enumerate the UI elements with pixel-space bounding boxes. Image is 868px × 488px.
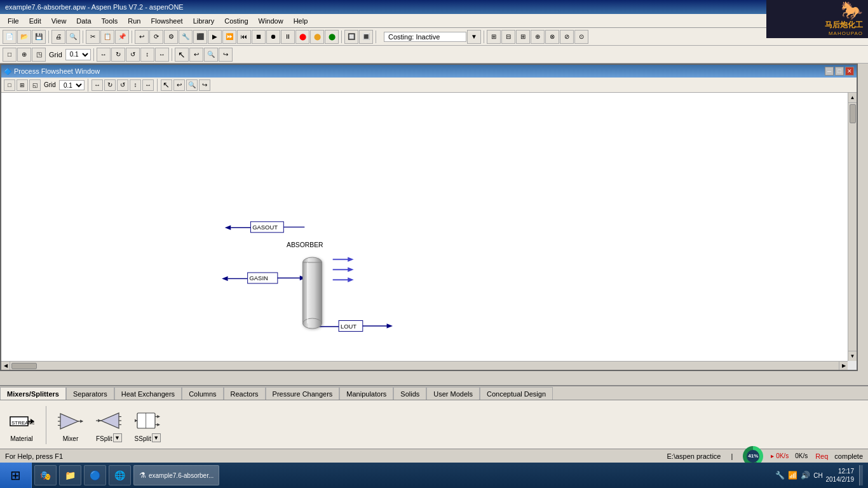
toolbar2-cursor[interactable]: ↖ [175,48,189,62]
print-button[interactable]: 🖨 [51,30,65,44]
pfw-tb-rotate2[interactable]: ↺ [117,79,128,91]
task-btn-2[interactable]: 📁 [59,465,81,485]
toolbar2-btn1[interactable]: □ [3,48,17,62]
absorber-vessel[interactable] [298,255,327,331]
task-btn-3[interactable]: 🔵 [84,465,106,485]
menu-file[interactable]: File [3,16,24,26]
tb-btn-d[interactable]: 🔧 [179,30,193,44]
tb-btn-b[interactable]: ⟳ [149,30,163,44]
tray-network[interactable]: 📶 [788,470,798,480]
ssplit-dropdown[interactable]: ▼ [152,433,161,442]
menu-help[interactable]: Help [288,16,313,26]
tb-btn-o[interactable]: 🔲 [344,30,358,44]
tb-btn-q[interactable]: ⊟ [501,30,515,44]
tab-user-models[interactable]: User Models [426,387,480,400]
toolbar2-rotate-cw[interactable]: ↻ [111,48,125,62]
scroll-left-btn[interactable]: ◀ [1,362,10,370]
toolbar2-undo[interactable]: ↩ [189,48,203,62]
menu-view[interactable]: View [46,16,72,26]
pfw-grid-select[interactable]: 0.1 [59,80,85,90]
toolbar2-flip[interactable]: ↕ [140,48,154,62]
tab-pressure-changers[interactable]: Pressure Changers [266,387,340,400]
pfw-redo[interactable]: ↪ [199,79,210,91]
menu-data[interactable]: Data [71,16,96,26]
task-btn-aspen[interactable]: ⚗ example7.6-absorber... [133,465,219,485]
open-button[interactable]: 📂 [17,30,31,44]
tray-language[interactable]: CH [813,470,824,480]
pfw-scrollbar-h[interactable]: ◀ ▶ [1,361,848,370]
scroll-down-btn[interactable]: ▼ [848,351,857,361]
print-preview-button[interactable]: 🔍 [66,30,80,44]
pfw-tb-move[interactable]: ↔ [92,79,103,91]
tb-btn-v[interactable]: ⊙ [574,30,588,44]
pfw-cursor[interactable]: ↖ [161,79,172,91]
tb-btn-n[interactable]: ⬤ [325,30,339,44]
start-button[interactable]: ⊞ [0,463,32,488]
task-btn-1[interactable]: 🎭 [34,465,57,485]
pfw-tb-flip2[interactable]: ↔ [142,79,154,91]
tb-btn-l[interactable]: ⬤ [295,30,309,44]
tb-btn-j[interactable]: ⏺ [266,30,280,44]
ssplit-item[interactable]: SSplit ▼ [131,407,165,444]
show-desktop-btn[interactable] [859,465,863,485]
toolbar2-rotate-ccw[interactable]: ↺ [126,48,140,62]
pfw-close[interactable]: ✕ [845,67,854,76]
costing-options-button[interactable]: ▼ [467,30,481,44]
flowsheet-canvas[interactable]: GASOUT GASIN LOUT [1,93,848,369]
toolbar2-flip2[interactable]: ↔ [155,48,169,62]
tb-btn-a[interactable]: ↩ [135,30,149,44]
tb-btn-f[interactable]: ▶ [208,30,222,44]
tb-btn-c[interactable]: ⚙ [164,30,178,44]
toolbar2-btn2[interactable]: ⊕ [17,48,31,62]
scroll-thumb-h[interactable] [11,363,37,369]
toolbar2-redo[interactable]: ↪ [219,48,233,62]
pfw-minimize[interactable]: ─ [825,67,834,76]
tab-heat-exchangers[interactable]: Heat Exchangers [114,387,182,400]
tray-volume[interactable]: 🔊 [801,470,811,480]
tb-btn-k[interactable]: ⏸ [281,30,295,44]
tb-btn-p[interactable]: 🔳 [359,30,373,44]
paste-button[interactable]: 📌 [115,30,129,44]
tab-conceptual-design[interactable]: Conceptual Design [480,387,553,400]
tb-grid[interactable]: ⊞ [487,30,501,44]
tb-btn-u[interactable]: ⊘ [560,30,574,44]
menu-window[interactable]: Window [254,16,288,26]
streams-material-item[interactable]: STREAMS Material [5,407,38,444]
pfw-maximize[interactable]: □ [835,67,844,76]
tab-manipulators[interactable]: Manipulators [339,387,393,400]
new-button[interactable]: 📄 [3,30,17,44]
toolbar2-btn3[interactable]: ◳ [32,48,46,62]
tb-btn-m[interactable]: ⬤ [310,30,324,44]
menu-flowsheet[interactable]: Flowsheet [146,16,187,26]
tb-btn-e[interactable]: ⬛ [193,30,207,44]
menu-library[interactable]: Library [188,16,220,26]
task-btn-4[interactable]: 🌐 [109,465,131,485]
pfw-tb-flip1[interactable]: ↕ [130,79,141,91]
tb-btn-i[interactable]: ⏹ [252,30,266,44]
pfw-undo[interactable]: ↩ [173,79,185,91]
copy-button[interactable]: 📋 [100,30,114,44]
menu-costing[interactable]: Costing [219,16,253,26]
cut-button[interactable]: ✂ [86,30,100,44]
tab-reactors[interactable]: Reactors [224,387,266,400]
fsplit-item[interactable]: FSplit ▼ [92,407,126,444]
tab-mixers-splitters[interactable]: Mixers/Splitters [0,387,66,400]
tb-btn-g[interactable]: ⏩ [222,30,236,44]
pfw-tb-rotate1[interactable]: ↻ [104,79,116,91]
scroll-thumb-v[interactable] [850,104,856,123]
pfw-scrollbar-v[interactable]: ▲ ▼ [848,93,857,361]
pfw-tb-1[interactable]: □ [4,79,15,91]
pfw-tb-3[interactable]: ◱ [29,79,41,91]
tb-btn-t[interactable]: ⊗ [545,30,559,44]
scroll-up-btn[interactable]: ▲ [848,93,857,103]
tb-btn-s[interactable]: ⊕ [531,30,545,44]
tab-solids[interactable]: Solids [393,387,426,400]
pfw-tb-2[interactable]: ⊞ [17,79,28,91]
fsplit-dropdown[interactable]: ▼ [113,433,122,442]
mixer-item[interactable]: Mixer [54,407,87,444]
tab-columns[interactable]: Columns [182,387,223,400]
scroll-right-btn[interactable]: ▶ [839,362,848,370]
menu-run[interactable]: Run [123,16,146,26]
grid-select[interactable]: 0.1 0.2 0.5 [65,49,91,60]
pfw-zoom[interactable]: 🔍 [186,79,198,91]
